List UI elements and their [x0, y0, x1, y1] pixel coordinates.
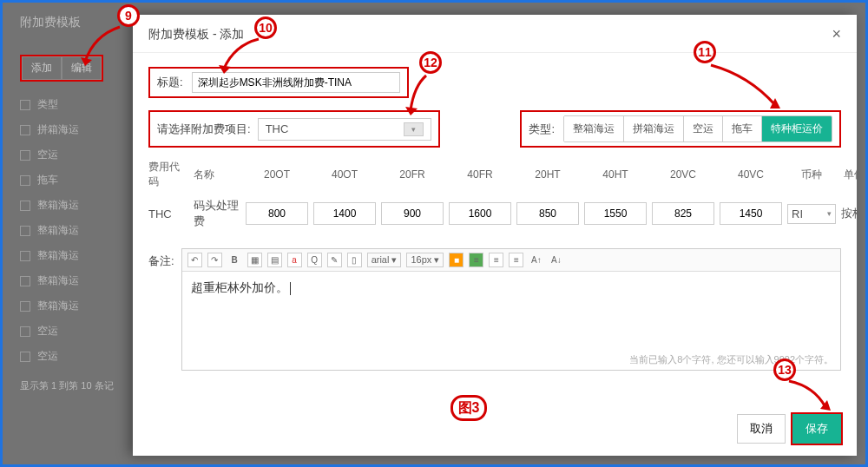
align-left-icon[interactable]: ≡	[469, 253, 483, 267]
chevron-down-icon: ▾	[404, 122, 424, 136]
type-label: 类型:	[529, 122, 555, 137]
font-inc-icon[interactable]: A↑	[529, 253, 543, 267]
checkbox[interactable]	[20, 125, 30, 135]
sidebar-item-label: 整箱海运	[37, 273, 79, 288]
editor-counter: 当前已输入8个字符, 您还可以输入9992个字符。	[182, 350, 840, 370]
sidebar-item[interactable]: 空运	[20, 324, 124, 339]
sidebar-add-button[interactable]: 添加	[22, 56, 62, 80]
fee-input-1[interactable]	[313, 202, 376, 225]
editor-content[interactable]: 超重柜林外加价。	[182, 272, 840, 350]
sidebar-item[interactable]: 类型	[20, 97, 124, 112]
image-icon[interactable]: ▦	[247, 253, 262, 267]
sidebar-item[interactable]: 拖车	[20, 173, 124, 187]
sidebar-item[interactable]: 拼箱海运	[20, 122, 124, 137]
col-header: 40HT	[584, 168, 647, 181]
table-icon[interactable]: ▤	[267, 253, 282, 267]
fee-input-4[interactable]	[516, 202, 579, 225]
type-btn-1[interactable]: 拼箱海运	[624, 116, 684, 141]
align-center-icon[interactable]: ≡	[489, 253, 503, 267]
checkbox[interactable]	[20, 201, 30, 211]
checkbox[interactable]	[20, 301, 30, 312]
annotation-arrow-9	[76, 18, 128, 70]
checkbox[interactable]	[20, 150, 30, 161]
currency-select[interactable]: RI▾	[787, 204, 836, 224]
col-header: 名称	[194, 168, 240, 182]
cell-name: 码头处理费	[194, 198, 240, 229]
align-right-icon[interactable]: ≡	[509, 253, 523, 267]
fee-table-header: 费用代码名称20OT40OT20FR40FR20HT40HT20VC40VC币种…	[148, 160, 841, 189]
remark-label: 备注:	[148, 248, 174, 371]
type-group: 类型: 整箱海运拼箱海运空运拖车特种柜运价	[520, 110, 841, 148]
fee-input-6[interactable]	[652, 202, 714, 225]
undo-icon[interactable]: ↶	[187, 253, 202, 267]
col-header: 20FR	[381, 168, 444, 181]
redo-icon[interactable]: ↷	[207, 253, 222, 267]
remark-row: 备注: ↶ ↷ B ▦ ▤ a Q ✎ ▯ arial ▾ 16px ▾	[148, 248, 841, 371]
sidebar-item[interactable]: 整箱海运	[20, 273, 124, 288]
col-header: 20OT	[246, 168, 308, 181]
type-btn-2[interactable]: 空运	[684, 116, 723, 141]
sidebar-list: 类型拼箱海运空运拖车整箱海运整箱海运整箱海运整箱海运整箱海运空运空运	[20, 97, 124, 364]
sidebar-item[interactable]: 空运	[20, 148, 124, 162]
col-header: 40FR	[449, 168, 511, 181]
annotation-figure-3: 图3	[450, 395, 487, 421]
editor-toolbar: ↶ ↷ B ▦ ▤ a Q ✎ ▯ arial ▾ 16px ▾ ■ ≡ ≡	[182, 249, 840, 272]
checkbox[interactable]	[20, 226, 30, 236]
save-button[interactable]: 保存	[792, 414, 841, 444]
fee-input-0[interactable]	[246, 202, 308, 225]
checkbox[interactable]	[20, 326, 30, 337]
title-label: 标题:	[157, 75, 183, 90]
surcharge-select[interactable]: THC ▾	[258, 118, 431, 141]
col-header: 币种	[787, 168, 836, 182]
sidebar-item-label: 整箱海运	[37, 198, 79, 213]
fee-input-5[interactable]	[584, 202, 647, 225]
col-header: 40OT	[313, 168, 376, 181]
fee-input-7[interactable]	[720, 202, 782, 225]
checkbox[interactable]	[20, 251, 30, 261]
type-btn-0[interactable]: 整箱海运	[564, 116, 624, 141]
cell-unit: 按柜	[841, 206, 857, 221]
sidebar-item[interactable]: 空运	[20, 349, 124, 364]
col-header: 费用代码	[148, 160, 188, 189]
font-size-select[interactable]: 16px ▾	[406, 253, 444, 267]
sidebar-item-label: 空运	[37, 324, 58, 339]
sidebar-item-label: 空运	[37, 148, 58, 162]
checkbox[interactable]	[20, 100, 30, 110]
rich-text-editor: ↶ ↷ B ▦ ▤ a Q ✎ ▯ arial ▾ 16px ▾ ■ ≡ ≡	[181, 248, 841, 371]
text-color-icon[interactable]: a	[287, 253, 302, 267]
surcharge-select-value: THC	[266, 122, 289, 135]
sidebar-item-label: 整箱海运	[37, 299, 79, 313]
fee-input-2[interactable]	[381, 202, 444, 225]
sidebar-item[interactable]: 整箱海运	[20, 223, 124, 238]
annotation-arrow-11	[706, 58, 784, 115]
col-header: 20HT	[516, 168, 579, 181]
sidebar-item[interactable]: 整箱海运	[20, 299, 124, 313]
doc-icon[interactable]: ▯	[347, 253, 362, 267]
sidebar-pagination-status: 显示第 1 到第 10 条记	[20, 379, 124, 392]
surcharge-select-label: 请选择附加费项目:	[157, 122, 251, 137]
sidebar-item[interactable]: 整箱海运	[20, 198, 124, 213]
sidebar-item-label: 整箱海运	[37, 248, 79, 263]
cancel-button[interactable]: 取消	[737, 414, 786, 444]
editor-text: 超重柜林外加价。	[191, 280, 288, 294]
type-btn-4[interactable]: 特种柜运价	[762, 116, 832, 141]
type-btn-3[interactable]: 拖车	[723, 116, 762, 141]
checkbox[interactable]	[20, 276, 30, 286]
find-icon[interactable]: Q	[307, 253, 322, 267]
sidebar-item[interactable]: 整箱海运	[20, 248, 124, 263]
annotation-arrow-10	[215, 32, 267, 76]
eraser-icon[interactable]: ✎	[327, 253, 342, 267]
close-icon[interactable]: ×	[832, 25, 841, 43]
sidebar-item-label: 拖车	[37, 173, 58, 187]
bold-icon[interactable]: B	[227, 253, 242, 267]
fee-table-row: THC码头处理费RI▾按柜🗑	[148, 198, 841, 229]
font-family-select[interactable]: arial ▾	[367, 253, 402, 267]
modal-footer-buttons: 取消 保存	[133, 409, 857, 456]
checkbox[interactable]	[20, 352, 30, 362]
sidebar-item-label: 空运	[37, 349, 58, 364]
fee-input-3[interactable]	[449, 202, 511, 225]
highlight-icon[interactable]: ■	[449, 253, 464, 267]
text-cursor	[290, 282, 291, 295]
font-dec-icon[interactable]: A↓	[549, 253, 563, 267]
checkbox[interactable]	[20, 175, 30, 186]
